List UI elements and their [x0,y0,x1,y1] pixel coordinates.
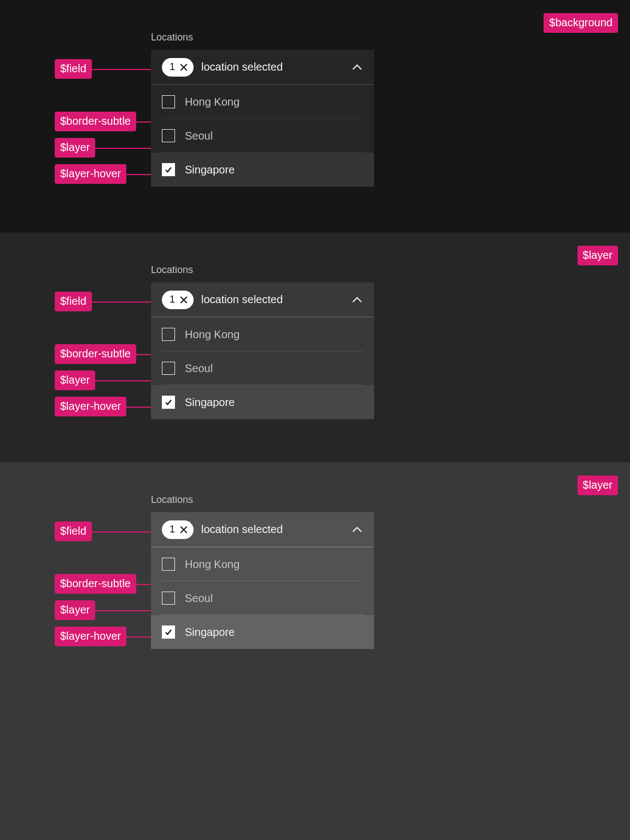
token-badge-layer: $layer [55,138,95,158]
multiselect-example: Locations 1 location selected Hong Kong … [151,32,374,187]
theme-section-background: $background $field $border-subtle $layer… [0,0,630,233]
option-label: Hong Kong [185,558,240,571]
checkbox-checked-icon[interactable] [162,625,175,639]
token-badge-layer-top: $layer [578,246,618,265]
multiselect-label: Locations [151,32,374,43]
multiselect-option[interactable]: Seoul [151,581,374,615]
multiselect-label: Locations [151,264,374,276]
checkbox-checked-icon[interactable] [162,396,175,409]
multiselect-option[interactable]: Seoul [151,351,374,385]
multiselect-menu: Hong Kong Seoul Singapore [151,85,374,187]
multiselect-menu: Hong Kong Seoul Singapore [151,547,374,649]
token-badge-layer: $layer [55,600,95,620]
token-badge-field: $field [55,292,92,311]
checkbox-icon[interactable] [162,592,175,605]
option-label: Seoul [185,130,213,142]
close-icon[interactable] [178,294,189,305]
multiselect-option[interactable]: Seoul [151,119,374,153]
multiselect-option[interactable]: Hong Kong [151,547,374,581]
multiselect-field[interactable]: 1 location selected [151,282,374,317]
option-label: Singapore [185,164,235,176]
multiselect-option[interactable]: Singapore [151,385,374,419]
multiselect-option[interactable]: Hong Kong [151,85,374,119]
selection-count: 1 [170,61,175,73]
multiselect-option[interactable]: Hong Kong [151,317,374,351]
close-icon[interactable] [178,524,189,535]
theme-section-layer-02: $layer $field $border-subtle $layer $lay… [0,462,630,840]
selection-count: 1 [170,294,175,305]
option-label: Seoul [185,592,213,605]
checkbox-icon[interactable] [162,95,175,108]
token-badge-border-subtle: $border-subtle [55,344,136,364]
multiselect-menu: Hong Kong Seoul Singapore [151,317,374,419]
multiselect-example: Locations 1 location selected Hong Kong … [151,494,374,649]
chevron-up-icon[interactable] [351,294,363,306]
option-label: Singapore [185,396,235,409]
option-label: Singapore [185,626,235,639]
token-badge-background: $background [544,13,618,33]
selection-tag[interactable]: 1 [162,291,194,309]
close-icon[interactable] [178,62,189,73]
option-label: Hong Kong [185,328,240,341]
token-badge-layer-hover: $layer-hover [55,397,126,416]
option-label: Seoul [185,362,213,375]
checkbox-icon[interactable] [162,362,175,375]
multiselect-field-text: location selected [201,523,343,536]
token-badge-layer-hover: $layer-hover [55,627,126,646]
selection-tag[interactable]: 1 [162,58,194,77]
token-badge-layer-top: $layer [578,476,618,495]
chevron-up-icon[interactable] [351,524,363,536]
multiselect-label: Locations [151,494,374,506]
checkbox-checked-icon[interactable] [162,163,175,176]
multiselect-field-text: location selected [201,61,343,73]
checkbox-icon[interactable] [162,328,175,341]
token-badge-border-subtle: $border-subtle [55,574,136,594]
checkbox-icon[interactable] [162,129,175,142]
token-badge-layer-hover: $layer-hover [55,164,126,184]
selection-count: 1 [170,524,175,535]
chevron-up-icon[interactable] [351,61,363,73]
option-label: Hong Kong [185,96,240,108]
checkbox-icon[interactable] [162,558,175,571]
token-badge-field: $field [55,522,92,541]
multiselect-option[interactable]: Singapore [151,153,374,187]
multiselect-field-text: location selected [201,293,343,306]
theme-section-layer-01: $layer $field $border-subtle $layer $lay… [0,233,630,462]
multiselect-field[interactable]: 1 location selected [151,512,374,547]
token-badge-field: $field [55,59,92,79]
multiselect-example: Locations 1 location selected Hong Kong … [151,264,374,419]
token-badge-layer: $layer [55,370,95,390]
selection-tag[interactable]: 1 [162,520,194,539]
multiselect-option[interactable]: Singapore [151,615,374,649]
token-badge-border-subtle: $border-subtle [55,112,136,131]
multiselect-field[interactable]: 1 location selected [151,50,374,85]
